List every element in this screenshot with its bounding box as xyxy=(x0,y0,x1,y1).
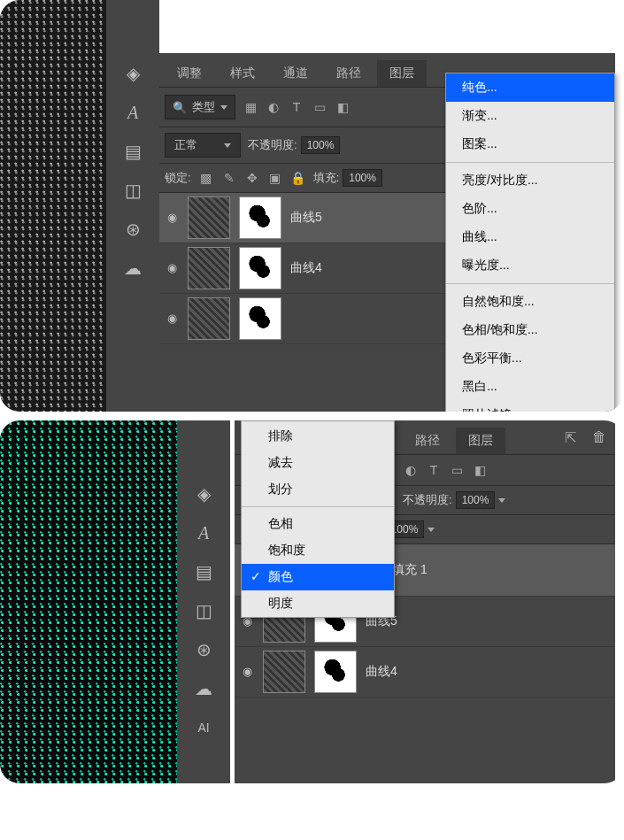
filter-image-icon[interactable]: ▦ xyxy=(243,99,258,115)
visibility-icon[interactable]: ◉ xyxy=(240,665,254,679)
filter-smart-icon[interactable]: ◧ xyxy=(472,462,488,478)
blend-mode-menu: 排除 减去 划分 色相 饱和度 颜色 明度 xyxy=(241,420,395,618)
filter-shape-icon[interactable]: ▭ xyxy=(312,99,327,115)
menu-item-vibrance[interactable]: 自然饱和度... xyxy=(446,288,614,316)
vertical-toolbar: ◈ A ▤ ◫ ⊛ ☁ AI xyxy=(177,420,230,783)
canvas-preview xyxy=(0,0,106,412)
filter-text-icon[interactable]: T xyxy=(289,99,304,115)
opacity-control: 不透明度: 100% xyxy=(403,491,505,509)
menu-item-levels[interactable]: 色阶... xyxy=(446,195,614,223)
tab-adjustments[interactable]: 调整 xyxy=(165,60,214,87)
menu-item-luminosity[interactable]: 明度 xyxy=(242,590,394,617)
visibility-icon[interactable]: ◉ xyxy=(165,261,179,275)
tab-layers[interactable]: 图层 xyxy=(377,60,427,87)
tab-layers[interactable]: 图层 xyxy=(456,428,505,454)
lock-pixels-icon[interactable]: ▩ xyxy=(198,170,214,186)
mask-thumbnail[interactable] xyxy=(239,297,281,340)
vertical-toolbar: ◈ A ▤ ◫ ⊛ ☁ xyxy=(106,0,159,412)
menu-item-color-balance[interactable]: 色彩平衡... xyxy=(446,344,614,373)
menu-item-brightness[interactable]: 亮度/对比度... xyxy=(446,166,614,195)
collapse-icon[interactable]: ⇱ xyxy=(565,429,576,446)
tab-paths[interactable]: 路径 xyxy=(324,60,374,87)
layer-thumbnail[interactable] xyxy=(188,197,230,239)
menu-item-bw[interactable]: 黑白... xyxy=(446,373,614,401)
menu-item-curves[interactable]: 曲线... xyxy=(446,223,614,251)
type-icon[interactable]: A xyxy=(121,101,144,124)
filter-adjustment-icon[interactable]: ◐ xyxy=(266,99,281,115)
paragraph-icon[interactable]: ▤ xyxy=(192,560,215,583)
menu-item-hue[interactable]: 色相 xyxy=(242,511,394,537)
chevron-down-icon xyxy=(224,143,231,148)
tab-channels[interactable]: 通道 xyxy=(271,60,320,87)
layer-thumbnail[interactable] xyxy=(188,247,230,289)
shapes-icon[interactable]: ◫ xyxy=(192,599,215,622)
paragraph-icon[interactable]: ▤ xyxy=(121,140,144,163)
opacity-control: 不透明度: 100% xyxy=(248,136,340,154)
menu-item-photo-filter[interactable]: 照片滤镜... xyxy=(446,401,614,412)
canvas-preview xyxy=(0,420,177,783)
menu-item-divide[interactable]: 划分 xyxy=(242,476,394,503)
lock-artboard-icon[interactable]: ▣ xyxy=(267,170,283,186)
chevron-down-icon xyxy=(220,105,227,110)
menu-item-gradient[interactable]: 渐变... xyxy=(446,102,614,130)
ai-icon[interactable]: AI xyxy=(192,716,215,739)
blend-mode-select[interactable]: 正常 xyxy=(165,133,241,158)
tab-paths[interactable]: 路径 xyxy=(403,428,452,454)
visibility-icon[interactable]: ◉ xyxy=(165,211,179,225)
trash-icon[interactable]: 🗑 xyxy=(592,429,606,446)
cloud-icon[interactable]: ☁ xyxy=(121,257,144,280)
fill-label: 填充: xyxy=(313,170,340,186)
fill-control: 填充: 100% xyxy=(313,169,382,187)
shapes-icon[interactable]: ◫ xyxy=(121,179,144,202)
filter-shape-icon[interactable]: ▭ xyxy=(449,462,465,478)
layer-thumbnail[interactable] xyxy=(263,651,305,693)
mask-thumbnail[interactable] xyxy=(239,197,281,239)
lock-brush-icon[interactable]: ✎ xyxy=(221,170,237,186)
blend-mode-value: 正常 xyxy=(174,137,197,153)
menu-item-color[interactable]: 颜色 xyxy=(242,564,394,590)
lock-label: 锁定: xyxy=(165,170,191,186)
tab-styles[interactable]: 样式 xyxy=(218,60,267,87)
screenshot-bottom: ◈ A ▤ ◫ ⊛ ☁ AI ⇱ 🗑 路径 图层 ◐ T ▭ ◧ 不透明度: 1… xyxy=(0,420,624,783)
menu-item-exclusion[interactable]: 排除 xyxy=(242,423,394,450)
menu-item-subtract[interactable]: 减去 xyxy=(242,450,394,476)
layer-row[interactable]: ◉ 曲线4 xyxy=(235,647,615,697)
type-icon[interactable]: A xyxy=(192,521,215,544)
menu-item-saturation[interactable]: 饱和度 xyxy=(242,537,394,564)
opacity-value[interactable]: 100% xyxy=(301,136,341,154)
visibility-icon[interactable]: ◉ xyxy=(165,312,179,326)
chevron-down-icon xyxy=(498,498,505,503)
menu-item-hue[interactable]: 色相/饱和度... xyxy=(446,316,614,344)
filter-label: 类型 xyxy=(192,99,215,115)
search-icon: 🔍 xyxy=(173,101,187,114)
layer-name[interactable]: 曲线4 xyxy=(290,260,322,276)
mask-thumbnail[interactable] xyxy=(314,651,357,693)
cube-icon[interactable]: ◈ xyxy=(192,482,215,505)
opacity-value[interactable]: 100% xyxy=(456,491,496,509)
panel-top-icons: ⇱ 🗑 xyxy=(565,429,606,446)
atom-icon[interactable]: ⊛ xyxy=(192,638,215,661)
chevron-down-icon xyxy=(428,528,435,532)
layer-name[interactable]: 曲线5 xyxy=(290,210,322,226)
menu-item-solid-color[interactable]: 纯色... xyxy=(446,73,614,102)
filter-adjustment-icon[interactable]: ◐ xyxy=(403,462,419,478)
fill-value[interactable]: 100% xyxy=(343,169,382,187)
layer-thumbnail[interactable] xyxy=(188,297,230,340)
lock-all-icon[interactable]: 🔒 xyxy=(290,170,306,186)
menu-item-exposure[interactable]: 曝光度... xyxy=(446,251,614,280)
menu-item-pattern[interactable]: 图案... xyxy=(446,130,614,158)
new-fill-layer-menu: 纯色... 渐变... 图案... 亮度/对比度... 色阶... 曲线... … xyxy=(445,73,615,412)
filter-text-icon[interactable]: T xyxy=(426,462,442,478)
atom-icon[interactable]: ⊛ xyxy=(121,218,144,241)
menu-separator xyxy=(446,283,614,284)
opacity-label: 不透明度: xyxy=(403,492,452,508)
cloud-icon[interactable]: ☁ xyxy=(192,677,215,700)
layer-name[interactable]: 曲线4 xyxy=(366,664,397,680)
filter-type-select[interactable]: 🔍 类型 xyxy=(165,95,235,119)
menu-separator xyxy=(446,162,614,163)
mask-thumbnail[interactable] xyxy=(239,247,281,289)
lock-position-icon[interactable]: ✥ xyxy=(244,170,260,186)
menu-separator xyxy=(242,506,394,507)
cube-icon[interactable]: ◈ xyxy=(121,62,144,85)
filter-smart-icon[interactable]: ◧ xyxy=(335,99,351,115)
